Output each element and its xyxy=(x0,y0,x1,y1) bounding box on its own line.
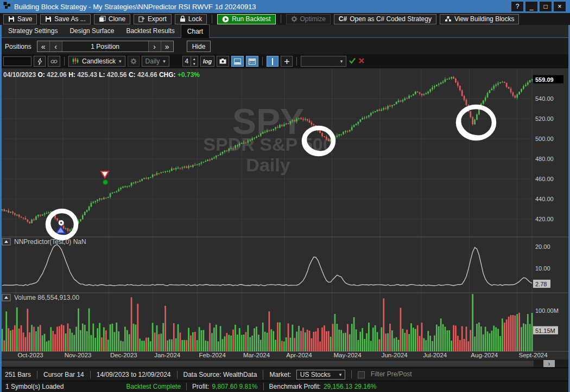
save-as-label: Save As ... xyxy=(54,15,85,23)
chevron-down-icon: ▾ xyxy=(340,59,343,64)
clone-button[interactable]: Clone xyxy=(94,14,130,24)
run-backtest-button[interactable]: Run Backtest xyxy=(217,14,275,24)
compare-symbol-select[interactable]: ▾ xyxy=(301,56,346,67)
view-building-blocks-button[interactable]: View Building Blocks xyxy=(440,14,520,24)
close-button[interactable]: × xyxy=(554,2,566,11)
position-count: 1 Position xyxy=(62,41,148,52)
svg-text:Feb-2024: Feb-2024 xyxy=(199,352,226,358)
prev-position-button[interactable]: ‹ xyxy=(50,41,62,52)
last-position-button[interactable]: » xyxy=(161,41,173,52)
market-section: Market: US Stocks ▾ xyxy=(263,370,345,380)
chart-toolbar: Candlestick ▾ Daily ▾ 4 ▲▼ log ▾ xyxy=(0,54,570,68)
clone-label: Clone xyxy=(109,15,125,23)
cursor-bar: Cursor Bar 14 xyxy=(37,371,84,378)
building-blocks-icon xyxy=(445,16,452,22)
tab-backtest-results[interactable]: Backtest Results xyxy=(120,25,180,37)
minimize-button[interactable]: _ xyxy=(525,2,537,11)
profit-label: Profit: xyxy=(192,383,209,390)
svg-text:Dec-2023: Dec-2023 xyxy=(110,352,137,358)
bottom-status-bar: 1 Symbol(s) Loaded Backtest Complete Pro… xyxy=(0,381,570,392)
symbol-input[interactable] xyxy=(3,56,31,66)
stepper-up-icon[interactable]: ▲ xyxy=(191,56,198,61)
stepper-down-icon[interactable]: ▼ xyxy=(191,61,198,66)
svg-text:Oct-2023: Oct-2023 xyxy=(17,352,43,358)
snapshot-button[interactable] xyxy=(217,56,229,67)
chevron-down-icon: ▾ xyxy=(163,59,166,64)
tab-strategy-settings[interactable]: Strategy Settings xyxy=(2,25,64,37)
filter-prepost-label: Filter Pre/Post xyxy=(371,370,412,378)
maximize-button[interactable]: □ xyxy=(540,2,552,11)
view-building-blocks-label: View Building Blocks xyxy=(454,15,515,23)
add-indicator-button[interactable] xyxy=(281,56,293,67)
chart-toolbar-separator xyxy=(296,57,297,66)
first-position-button[interactable]: « xyxy=(37,41,50,52)
panel-top-toggle[interactable] xyxy=(246,56,258,67)
positions-label: Positions xyxy=(5,43,31,50)
market-select[interactable]: US Stocks ▾ xyxy=(296,370,346,380)
svg-text:Mar-2024: Mar-2024 xyxy=(243,352,270,358)
svg-text:Nov-2023: Nov-2023 xyxy=(65,352,92,358)
price-chart: SPYSPDR S&P 500Daily04/10/2023 O: 422.06… xyxy=(0,68,570,359)
scroll-right-button[interactable]: › xyxy=(543,360,555,367)
chart-area[interactable]: SPYSPDR S&P 500Daily04/10/2023 O: 422.06… xyxy=(0,68,570,359)
svg-text:Jun-2024: Jun-2024 xyxy=(382,352,408,358)
hide-button[interactable]: Hide xyxy=(187,41,211,52)
cursor-bar-toggle[interactable] xyxy=(267,56,278,67)
export-icon xyxy=(138,16,145,22)
candlestick-style-icon xyxy=(72,57,79,66)
interval-select[interactable]: Daily ▾ xyxy=(142,56,169,67)
apply-icon[interactable] xyxy=(349,57,356,66)
backtest-status: Backtest Complete xyxy=(126,383,181,390)
positions-row: Positions « ‹ 1 Position › » Hide xyxy=(0,38,570,54)
run-backtest-label: Run Backtest xyxy=(232,15,270,23)
chart-horizontal-scrollbar[interactable]: › xyxy=(0,359,570,368)
panel-bottom-toggle[interactable] xyxy=(231,56,244,67)
svg-text:2.78: 2.78 xyxy=(535,281,547,287)
exit-dot-marker xyxy=(103,180,108,185)
save-as-button[interactable]: Save As ... xyxy=(40,14,90,24)
next-position-button[interactable]: › xyxy=(148,41,161,52)
clone-icon xyxy=(99,16,106,22)
window-title: Building Block Strategy - My Strategies\… xyxy=(14,3,511,11)
help-button[interactable]: ? xyxy=(511,2,523,11)
chart-style-select[interactable]: Candlestick ▾ xyxy=(68,56,125,67)
svg-text:Volume 86,554,913.00: Volume 86,554,913.00 xyxy=(14,294,79,301)
run-icon xyxy=(222,16,229,23)
strategy-icon xyxy=(3,2,11,11)
cancel-icon[interactable] xyxy=(358,57,365,66)
lightning-button[interactable] xyxy=(34,56,46,67)
svg-text:Daily: Daily xyxy=(246,155,290,175)
svg-text:559.09: 559.09 xyxy=(535,76,554,83)
open-csharp-button[interactable]: C# Open as C# Coded Strategy xyxy=(334,14,436,24)
chart-style-value: Candlestick xyxy=(82,57,116,65)
style-settings-button[interactable] xyxy=(128,56,140,67)
indicator-pane-header: NNPredictor(Test,0) NaN xyxy=(2,238,86,246)
volume-pane-header: Volume 86,554,913.00 xyxy=(2,294,79,301)
svg-text:20.00: 20.00 xyxy=(535,243,550,250)
market-value: US Stocks xyxy=(300,371,331,378)
interval-value: Daily xyxy=(145,57,160,65)
optimize-button[interactable]: Optimize xyxy=(286,14,331,24)
separator xyxy=(186,383,187,390)
svg-text:420.00: 420.00 xyxy=(535,216,554,222)
link-button[interactable] xyxy=(48,56,60,67)
event-dot-marker xyxy=(59,220,64,226)
log-scale-button[interactable]: log xyxy=(200,56,215,67)
tab-chart[interactable]: Chart xyxy=(181,24,210,38)
svg-text:Aug-2024: Aug-2024 xyxy=(471,352,498,358)
lock-label: Lock xyxy=(188,15,202,23)
position-pager: « ‹ 1 Position › » xyxy=(37,41,174,52)
svg-text:Apr-2024: Apr-2024 xyxy=(286,352,312,358)
chevron-down-icon: ▾ xyxy=(339,372,342,377)
export-button[interactable]: Export xyxy=(134,14,172,24)
lock-button[interactable]: Lock xyxy=(175,14,207,24)
bar-scale-stepper[interactable]: 4 ▲▼ xyxy=(182,56,198,67)
data-source: Data Source: WealthData xyxy=(177,371,257,378)
svg-text:NNPredictor(Test,0) NaN: NNPredictor(Test,0) NaN xyxy=(14,238,86,246)
tab-design-surface[interactable]: Design Surface xyxy=(64,25,120,37)
filter-prepost-checkbox[interactable] xyxy=(358,371,365,378)
save-button[interactable]: Save xyxy=(3,14,37,24)
scrollbar-thumb[interactable] xyxy=(2,361,534,367)
svg-text:51.15M: 51.15M xyxy=(535,327,555,334)
svg-text:460.00: 460.00 xyxy=(535,176,554,182)
